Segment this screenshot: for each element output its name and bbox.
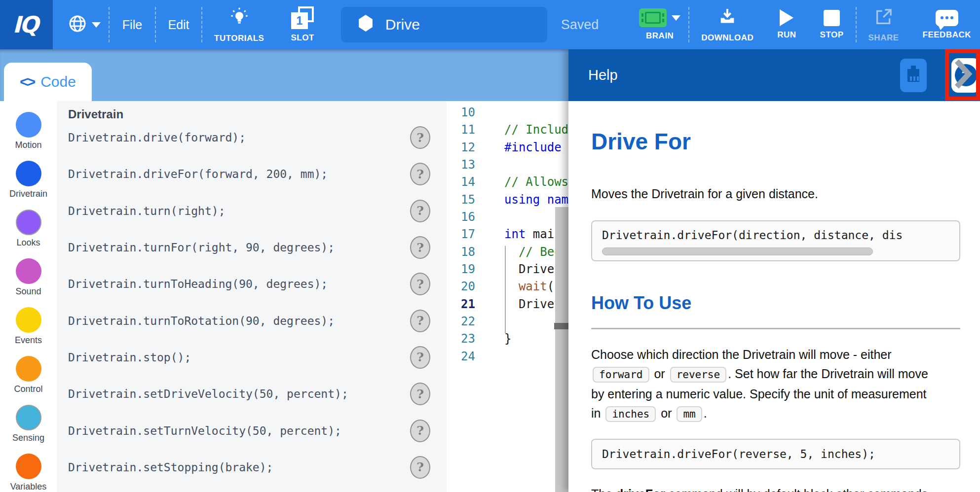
help-brain-button[interactable] bbox=[900, 59, 927, 92]
category-color-dot bbox=[16, 161, 41, 186]
brain-label: BRAIN bbox=[646, 31, 674, 41]
indent-guide bbox=[505, 246, 506, 333]
inline-code-chip: forward bbox=[593, 367, 649, 383]
code-token: #include bbox=[504, 141, 568, 154]
command-row[interactable]: Drivetrain.turnFor(right, 90, degrees);? bbox=[57, 229, 447, 266]
command-help-button[interactable]: ? bbox=[410, 310, 430, 332]
globe-icon bbox=[68, 14, 87, 35]
menu-edit[interactable]: Edit bbox=[156, 0, 201, 49]
sidebar-item-looks[interactable]: Looks bbox=[0, 210, 57, 248]
command-row[interactable]: Drivetrain.turnToHeading(90, degrees);? bbox=[57, 266, 447, 302]
command-row[interactable]: Drivetrain.setStopping(brake);? bbox=[57, 449, 447, 486]
command-text: Drivetrain.setStopping(brake); bbox=[68, 461, 273, 474]
brain-icon bbox=[639, 8, 667, 27]
editor-line: 15using name bbox=[447, 191, 568, 209]
editor-scrollbar[interactable] bbox=[555, 207, 568, 492]
inline-code-chip: reverse bbox=[670, 367, 727, 383]
code-box-hscrollbar[interactable] bbox=[602, 247, 873, 255]
line-code: using name bbox=[475, 191, 568, 209]
command-help-button[interactable]: ? bbox=[410, 346, 430, 369]
language-menu-button[interactable] bbox=[60, 0, 109, 49]
text-run: Choose which direction the Drivetrain wi… bbox=[591, 348, 892, 361]
inline-code-chip: inches bbox=[605, 406, 656, 422]
share-label: SHARE bbox=[868, 33, 899, 43]
tutorials-button[interactable]: TUTORIALS bbox=[202, 0, 276, 49]
workspace-header-strip: <> Code bbox=[0, 49, 568, 101]
category-label: Drivetrain bbox=[9, 189, 47, 199]
share-icon bbox=[874, 7, 894, 29]
run-button[interactable]: RUN bbox=[765, 0, 808, 49]
download-button[interactable]: DOWNLOAD bbox=[689, 0, 765, 49]
line-number: 20 bbox=[447, 278, 475, 295]
editor-line: 21 Drivetra bbox=[447, 296, 568, 313]
sidebar-item-control[interactable]: Control bbox=[0, 356, 57, 394]
help-description: Moves the Drivetrain for a given distanc… bbox=[591, 184, 936, 203]
command-row[interactable]: Drivetrain.setDriveVelocity(50, percent)… bbox=[57, 376, 447, 412]
slot-number: 1 bbox=[291, 12, 308, 29]
example-code-text: Drivetrain.driveFor(reverse, 5, inches); bbox=[602, 448, 875, 460]
editor-line: 24 bbox=[447, 348, 568, 365]
category-color-dot bbox=[16, 454, 41, 479]
brain-button[interactable]: BRAIN bbox=[631, 0, 688, 49]
save-status: Saved bbox=[561, 17, 599, 33]
command-row[interactable]: Drivetrain.drive(forward);? bbox=[57, 119, 447, 156]
inline-code-chip: mm bbox=[677, 406, 702, 422]
line-code bbox=[475, 313, 504, 330]
collapse-panel-button[interactable] bbox=[952, 55, 973, 95]
line-code bbox=[475, 156, 504, 174]
command-help-button[interactable]: ? bbox=[410, 420, 430, 442]
command-row[interactable]: Drivetrain.driveFor(forward, 200, mm);? bbox=[57, 156, 447, 192]
help-article-title: Drive For bbox=[591, 128, 960, 155]
code-brackets-icon: <> bbox=[20, 73, 34, 90]
stop-button[interactable]: STOP bbox=[808, 0, 856, 49]
command-help-button[interactable]: ? bbox=[410, 383, 430, 405]
sidebar-item-variables[interactable]: Variables bbox=[0, 454, 57, 492]
command-help-button[interactable]: ? bbox=[410, 200, 430, 222]
command-help-button[interactable]: ? bbox=[410, 236, 430, 259]
project-name-button[interactable]: Drive bbox=[341, 7, 547, 42]
feedback-button[interactable]: FEEDBACK bbox=[911, 0, 980, 49]
line-number: 12 bbox=[447, 139, 475, 156]
editor-lines: 1011// Include12#include "1314// Allows1… bbox=[447, 101, 568, 365]
line-number: 11 bbox=[447, 121, 475, 139]
editor-line: 13 bbox=[447, 156, 568, 174]
command-help-button[interactable]: ? bbox=[410, 163, 430, 185]
sidebar-item-events[interactable]: Events bbox=[0, 307, 57, 346]
category-color-dot bbox=[16, 112, 41, 138]
menu-file[interactable]: File bbox=[110, 0, 155, 49]
command-help-button[interactable]: ? bbox=[410, 126, 430, 149]
sidebar-item-sensing[interactable]: Sensing bbox=[0, 405, 57, 443]
command-list-pane: Drivetrain Drivetrain.drive(forward);?Dr… bbox=[57, 101, 447, 492]
command-help-button[interactable]: ? bbox=[410, 456, 430, 479]
editor-scrollbar-thumb[interactable] bbox=[554, 323, 568, 329]
tab-code[interactable]: <> Code bbox=[4, 63, 92, 101]
sidebar-item-motion[interactable]: Motion bbox=[0, 112, 57, 150]
sidebar-item-drivetrain[interactable]: Drivetrain bbox=[0, 161, 57, 199]
toolbar: IQ File Edit bbox=[0, 0, 980, 49]
help-panel: Help ? bbox=[568, 49, 980, 492]
command-row[interactable]: Drivetrain.turnToRotation(90, degrees);? bbox=[57, 302, 447, 339]
command-text: Drivetrain.setDriveVelocity(50, percent)… bbox=[68, 387, 348, 400]
category-color-dot bbox=[16, 405, 41, 430]
slot-button[interactable]: 1 SLOT bbox=[276, 0, 329, 49]
category-color-dot bbox=[16, 356, 41, 382]
editor-line: 14// Allows bbox=[447, 174, 568, 191]
code-token: int bbox=[504, 227, 526, 241]
help-content: Drive For Moves the Drivetrain for a giv… bbox=[568, 101, 980, 492]
command-row[interactable]: Drivetrain.turn(right);? bbox=[57, 193, 447, 229]
text-run: driveFor bbox=[616, 487, 665, 492]
example-code-box: Drivetrain.driveFor(reverse, 5, inches); bbox=[591, 439, 960, 469]
line-number: 24 bbox=[447, 348, 475, 365]
share-button[interactable]: SHARE bbox=[857, 0, 911, 49]
command-help-button[interactable]: ? bbox=[410, 273, 430, 295]
line-number: 18 bbox=[447, 244, 475, 261]
sidebar-item-sound[interactable]: Sound bbox=[0, 258, 57, 297]
command-row[interactable]: Drivetrain.setTurnVelocity(50, percent);… bbox=[57, 412, 447, 449]
command-text: Drivetrain.turnToHeading(90, degrees); bbox=[68, 278, 328, 290]
category-color-dot bbox=[16, 258, 41, 284]
code-editor[interactable]: 1011// Include12#include "1314// Allows1… bbox=[447, 101, 568, 492]
text-run: or bbox=[657, 406, 675, 420]
command-row[interactable]: Drivetrain.stop();? bbox=[57, 339, 447, 376]
category-label: Sound bbox=[15, 286, 41, 297]
command-text: Drivetrain.drive(forward); bbox=[68, 131, 246, 144]
